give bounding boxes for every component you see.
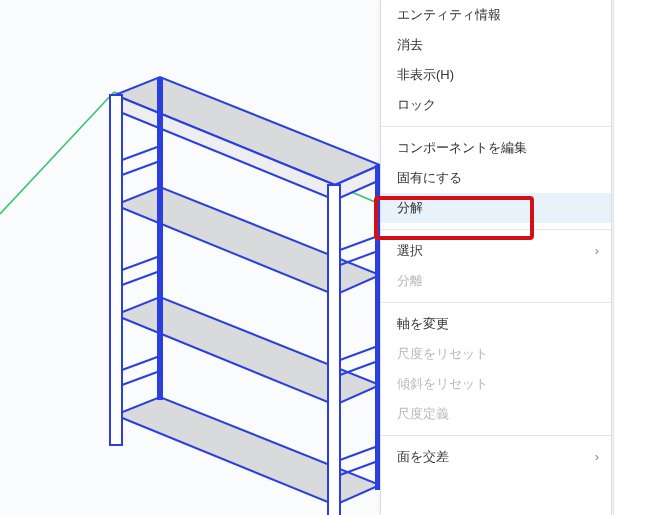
separator bbox=[381, 126, 611, 127]
menu-item-hide[interactable]: 非表示(H) bbox=[381, 60, 611, 90]
svg-rect-9 bbox=[110, 95, 122, 445]
svg-line-23 bbox=[340, 446, 378, 460]
menu-item-scale-definition: 尺度定義 bbox=[381, 399, 611, 429]
menu-item-explode[interactable]: 分解 bbox=[381, 193, 611, 223]
menu-item-erase[interactable]: 消去 bbox=[381, 30, 611, 60]
svg-line-15 bbox=[122, 256, 160, 270]
svg-line-24 bbox=[340, 461, 378, 475]
svg-line-20 bbox=[340, 251, 378, 265]
svg-rect-10 bbox=[328, 185, 340, 515]
menu-item-make-unique[interactable]: 固有にする bbox=[381, 163, 611, 193]
svg-line-22 bbox=[340, 361, 378, 375]
svg-line-21 bbox=[340, 346, 378, 360]
svg-line-13 bbox=[122, 146, 160, 160]
menu-item-lock[interactable]: ロック bbox=[381, 90, 611, 120]
svg-line-19 bbox=[340, 236, 378, 250]
svg-line-0 bbox=[0, 92, 114, 214]
separator bbox=[381, 435, 611, 436]
svg-line-14 bbox=[122, 161, 160, 175]
chevron-right-icon: › bbox=[595, 236, 599, 266]
menu-item-change-axes[interactable]: 軸を変更 bbox=[381, 309, 611, 339]
menu-item-reset-scale: 尺度をリセット bbox=[381, 339, 611, 369]
menu-item-entity-info[interactable]: エンティティ情報 bbox=[381, 0, 611, 30]
svg-line-16 bbox=[122, 271, 160, 285]
menu-item-intersect-faces[interactable]: 面を交差 › bbox=[381, 442, 611, 472]
menu-item-select[interactable]: 選択 › bbox=[381, 236, 611, 266]
separator bbox=[381, 229, 611, 230]
menu-item-reset-skew: 傾斜をリセット bbox=[381, 369, 611, 399]
svg-marker-3 bbox=[115, 77, 380, 185]
menu-item-unglue: 分離 bbox=[381, 266, 611, 296]
menu-item-edit-component[interactable]: コンポーネントを編集 bbox=[381, 133, 611, 163]
separator bbox=[381, 302, 611, 303]
tray-panel bbox=[613, 0, 654, 515]
svg-line-17 bbox=[122, 356, 160, 370]
svg-line-18 bbox=[122, 371, 160, 385]
context-menu: エンティティ情報 消去 非表示(H) ロック コンポーネントを編集 固有にする … bbox=[380, 0, 612, 515]
chevron-right-icon: › bbox=[595, 442, 599, 472]
